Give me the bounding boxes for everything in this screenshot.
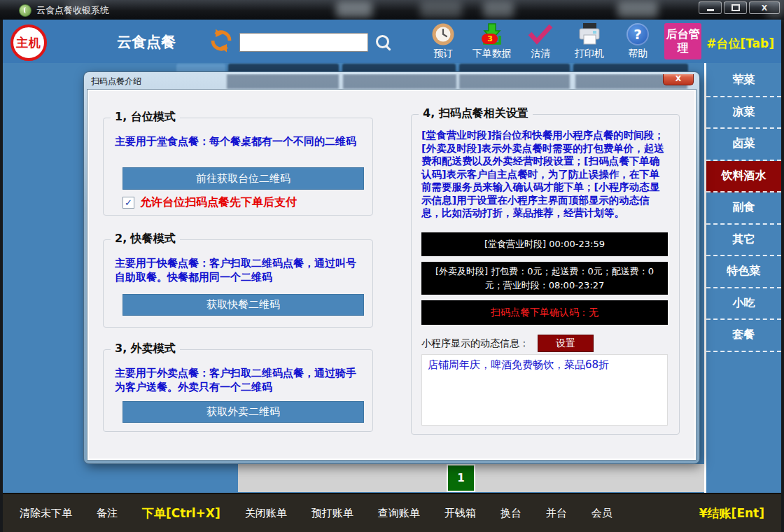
checkmark-icon [526, 22, 554, 47]
change-table-button[interactable]: 换台 [500, 507, 522, 520]
printer-icon [575, 22, 603, 47]
app-header: 主机 云食点餐 预订 [3, 20, 781, 63]
clear-unordered-button[interactable]: 清除未下单 [20, 507, 72, 520]
remark-button[interactable]: 备注 [97, 507, 118, 520]
dialog-close-icon: X [676, 75, 681, 83]
app-window: 云食点餐收银系统 X 主机 云食点餐 [0, 0, 784, 532]
help-label: 帮助 [628, 48, 648, 60]
settings-group: 4, 扫码点餐相关设置 [堂食营业时段]指台位和快餐用小程序点餐的时间段；[外卖… [411, 114, 680, 435]
category-tesecai[interactable]: 特色菜 [706, 256, 781, 288]
category-lucai[interactable]: 卤菜 [706, 129, 781, 161]
category-xiaochi[interactable]: 小吃 [706, 288, 781, 321]
category-liangcai[interactable]: 凉菜 [706, 97, 781, 130]
table-mode-heading: 1, 台位模式 [111, 110, 180, 125]
dynamic-info-label: 小程序显示的动态信息： [421, 337, 529, 350]
close-button[interactable]: X [749, 1, 780, 14]
sold-out-label: 沽清 [531, 48, 550, 60]
order-data-label: 下单数据 [472, 48, 512, 60]
table-shortcut[interactable]: #台位[Tab] [706, 36, 774, 52]
close-icon: X [762, 4, 767, 12]
glass-tab-shadow [343, 74, 456, 89]
printer-label: 打印机 [575, 48, 604, 60]
get-fastfood-qrcode-button[interactable]: 获取快餐二维码 [122, 294, 364, 316]
query-bill-button[interactable]: 查询账单 [378, 507, 420, 520]
order-count-badge: 3 [482, 34, 498, 44]
table-mode-desc: 主要用于堂食点餐：每个餐桌都有一个不同的二维码 [115, 135, 364, 149]
checkout-button[interactable]: ¥结账[Ent] [699, 505, 764, 522]
category-taocan[interactable]: 套餐 [706, 320, 781, 352]
place-order-button[interactable]: 下单[Ctrl+X] [142, 505, 220, 522]
dynamic-info-row: 小程序显示的动态信息： 设置 [421, 335, 594, 352]
get-takeout-qrcode-button[interactable]: 获取外卖二维码 [122, 401, 364, 423]
glass-highlight [617, 1, 658, 18]
category-fushi[interactable]: 副食 [706, 192, 781, 225]
order-data-button[interactable]: 3 下单数据 [470, 22, 513, 60]
glass-highlight [483, 1, 514, 18]
fast-food-group: 2, 快餐模式 主要用于快餐点餐：客户扫取二维码点餐，通过叫号自助取餐。快餐都用… [103, 239, 373, 328]
work-area: 1 荤菜 凉菜 卤菜 饮料酒水 副食 其它 特色菜 小吃 套餐 扫码点餐介绍 X [3, 63, 781, 493]
takeout-group: 3, 外卖模式 主要用于外卖点餐：客户扫取二维码点餐，通过骑手为客户送餐。外卖只… [103, 349, 373, 432]
minimize-icon [707, 9, 714, 11]
glass-highlight [336, 1, 372, 18]
dialog-title: 扫码点餐介绍 [91, 76, 141, 88]
prepay-checkbox[interactable] [122, 197, 134, 209]
glass-highlight [420, 1, 462, 18]
maximize-button[interactable] [724, 1, 747, 14]
header-toolbar: 预订 3 下单数据 沽清 [421, 22, 777, 62]
bottom-action-bar: 清除未下单 备注 下单[Ctrl+X] 关闭账单 预打账单 查询账单 开钱箱 换… [3, 493, 781, 532]
dynamic-info-setting-button[interactable]: 设置 [538, 335, 594, 352]
sold-out-button[interactable]: 沽清 [519, 22, 562, 60]
window-titlebar: 云食点餐收银系统 X [0, 0, 784, 20]
category-sidebar: 荤菜 凉菜 卤菜 饮料酒水 副食 其它 特色菜 小吃 套餐 [704, 63, 781, 493]
open-cashbox-button[interactable]: 开钱箱 [444, 507, 476, 520]
glass-tab-shadow [459, 74, 570, 89]
help-icon: ? [626, 23, 649, 46]
table-mode-group: 1, 台位模式 主要用于堂食点餐：每个餐桌都有一个不同的二维码 前往获取台位二维… [103, 118, 373, 216]
fast-food-desc: 主要用于快餐点餐：客户扫取二维码点餐，通过叫号自助取餐。快餐都用同一个二维码 [115, 257, 364, 285]
category-huncai[interactable]: 荤菜 [706, 65, 781, 97]
dialog-titlebar: 扫码点餐介绍 X [87, 74, 696, 89]
backend-manage-button[interactable]: 后台管理 [664, 23, 701, 59]
prepay-checkbox-label: 允许台位扫码点餐先下单后支付 [140, 195, 297, 210]
refresh-button[interactable] [209, 28, 234, 53]
takeout-desc: 主要用于外卖点餐：客户扫取二维码点餐，通过骑手为客户送餐。外卖只有一个二维码 [115, 367, 364, 395]
window-title: 云食点餐收银系统 [36, 4, 109, 17]
brand-title: 云食点餐 [117, 32, 176, 52]
get-table-qrcode-button[interactable]: 前往获取台位二维码 [122, 167, 364, 190]
minimize-button[interactable] [699, 1, 722, 14]
takeout-fee-bar: [外卖及时段] 打包费：0元；起送费：0元；配送费：0元；营业时段：08:00-… [421, 262, 668, 295]
takeout-heading: 3, 外卖模式 [111, 342, 180, 356]
reserve-button[interactable]: 预订 [421, 22, 465, 60]
window-controls: X [699, 1, 780, 14]
category-qita[interactable]: 其它 [706, 225, 781, 257]
fast-food-heading: 2, 快餐模式 [111, 232, 180, 246]
dynamic-info-textbox[interactable]: 店铺周年庆，啤酒免费畅饮，菜品68折 [421, 354, 668, 426]
dine-in-hours-bar: [堂食营业时段] 00:00-23:59 [421, 232, 668, 256]
reserve-label: 预订 [433, 48, 453, 60]
search-icon[interactable] [376, 35, 389, 48]
member-button[interactable]: 会员 [592, 507, 612, 520]
category-yinliaojiushui[interactable]: 饮料酒水 [706, 161, 781, 193]
dialog-body: 1, 台位模式 主要用于堂食点餐：每个餐桌都有一个不同的二维码 前往获取台位二维… [87, 89, 696, 461]
confirm-code-bar: 扫码点餐下单确认码：无 [421, 300, 668, 325]
dialog-close-button[interactable]: X [663, 74, 694, 85]
glass-tab-shadow [227, 74, 339, 89]
page-button[interactable]: 1 [447, 464, 475, 492]
settings-heading: 4, 扫码点餐相关设置 [419, 106, 533, 121]
help-button[interactable]: ? 帮助 [616, 22, 659, 60]
merge-table-button[interactable]: 并台 [546, 507, 567, 520]
host-badge: 主机 [10, 24, 47, 61]
prepay-check-row: 允许台位扫码点餐先下单后支付 [122, 195, 297, 210]
printer-button[interactable]: 打印机 [567, 22, 610, 60]
settings-desc: [堂食营业时段]指台位和快餐用小程序点餐的时间段；[外卖及时段]表示外卖点餐时需… [421, 129, 669, 220]
maximize-icon [732, 4, 740, 11]
app-icon [19, 4, 31, 17]
close-bill-button[interactable]: 关闭账单 [245, 507, 287, 520]
scan-order-dialog: 扫码点餐介绍 X 1, 台位模式 主要用于堂食点餐：每个餐桌都有一个不同的二维码… [84, 72, 699, 463]
pre-print-bill-button[interactable]: 预打账单 [312, 507, 354, 520]
clock-icon [430, 22, 456, 47]
search-input[interactable] [239, 33, 368, 52]
refresh-icon [209, 28, 234, 53]
